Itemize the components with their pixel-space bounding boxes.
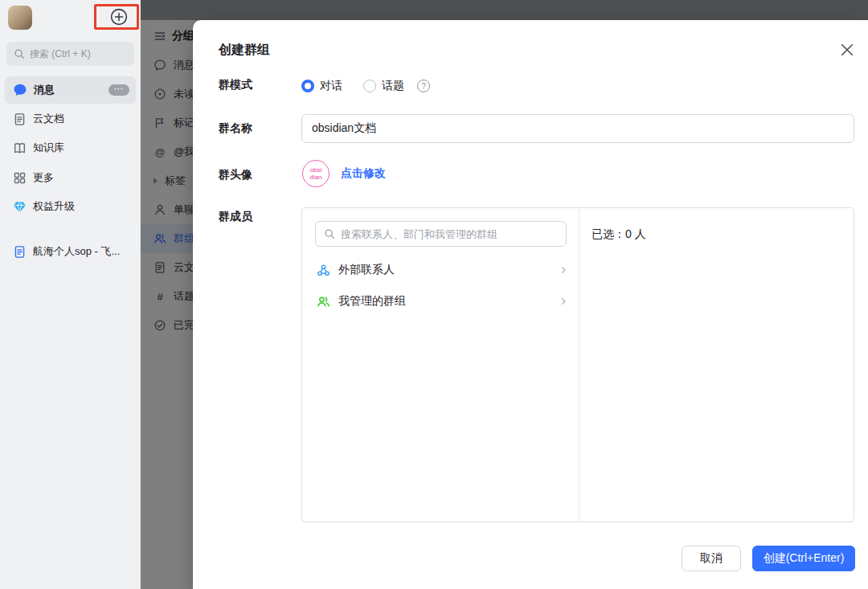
doc-blue-icon [13,245,27,259]
group-name-label: 群名称 [219,121,252,136]
help-icon[interactable]: ? [417,80,430,92]
radio-topic-mode-label[interactable]: 话题 [382,79,404,93]
managed-groups-icon [317,295,330,309]
close-icon[interactable] [837,39,858,60]
sidebar-item-wiki[interactable]: 知识库 [5,134,136,162]
sidebar-item-label: 航海个人sop - 飞... [33,244,120,259]
members-search-input[interactable] [341,228,558,240]
cancel-button[interactable]: 取消 [682,546,741,571]
sidebar-item-messages[interactable]: 消息 ··· [5,76,136,104]
group-avatar-text-line2: dian [309,174,321,181]
source-managed-groups[interactable]: 我管理的群组 [302,286,579,317]
sidebar-item-label: 权益升级 [33,199,75,214]
group-avatar[interactable]: obsi dian [302,160,330,187]
sidebar-item-label: 云文档 [33,112,64,126]
group-avatar-label: 群头像 [219,168,252,182]
external-contacts-icon [317,264,330,277]
sidebar-item-more[interactable]: 更多 [5,164,136,191]
diamond-icon [13,200,27,214]
modal-title: 创建群组 [219,42,270,59]
chevron-right-icon [559,265,568,275]
mute-badge: ··· [108,84,129,96]
sidebar-search-placeholder: 搜索 (Ctrl + K) [30,47,91,61]
grid-icon [13,171,27,185]
doc-icon [13,112,27,126]
radio-chat-mode-label[interactable]: 对话 [320,79,342,93]
radio-chat-mode[interactable] [301,80,314,92]
source-label: 我管理的群组 [338,294,406,309]
selected-count: 已选：0 人 [592,227,646,242]
group-members-label: 群成员 [219,210,252,224]
app-sidebar: 搜索 (Ctrl + K) 消息 ··· 云文档 知识库 更多 权益升级 航海个… [0,0,141,589]
members-source-pane: 外部联系人 我管理的群组 [302,208,579,522]
source-external-contacts[interactable]: 外部联系人 [302,255,579,285]
members-picker-panel: 外部联系人 我管理的群组 已选：0 人 [301,207,854,522]
create-button[interactable]: 创建(Ctrl+Enter) [752,546,855,571]
change-avatar-link[interactable]: 点击修改 [341,166,386,181]
sidebar-item-docs[interactable]: 云文档 [5,105,136,133]
app-window: 分组 消息 未读 标记 @ @我 标签 单聊 群组 [0,0,868,589]
create-group-modal: 创建群组 群模式 对话 话题 ? 群名称 群头像 obsi dian 点击修改 … [193,20,868,589]
group-mode-label: 群模式 [219,78,252,92]
members-search-box[interactable] [315,221,567,247]
radio-topic-mode[interactable] [363,80,376,92]
sidebar-item-pinned-doc[interactable]: 航海个人sop - 飞... [5,238,136,265]
chevron-right-icon [559,297,568,306]
group-avatar-text-line1: obsi [310,166,322,174]
sidebar-item-label: 知识库 [33,141,64,155]
search-icon [14,48,25,59]
search-icon [324,228,335,239]
user-avatar[interactable] [8,6,32,30]
members-selected-pane: 已选：0 人 [579,208,854,522]
sidebar-item-upgrade[interactable]: 权益升级 [5,193,136,220]
sidebar-search[interactable]: 搜索 (Ctrl + K) [6,42,134,66]
sidebar-item-label: 消息 [34,83,55,97]
sidebar-item-label: 更多 [33,170,54,185]
create-plus-button[interactable] [109,7,129,27]
group-mode-options: 对话 话题 ? [301,76,430,96]
book-icon [13,141,27,155]
source-label: 外部联系人 [338,263,395,277]
group-name-input[interactable] [301,114,854,143]
chat-filled-icon [13,83,27,97]
